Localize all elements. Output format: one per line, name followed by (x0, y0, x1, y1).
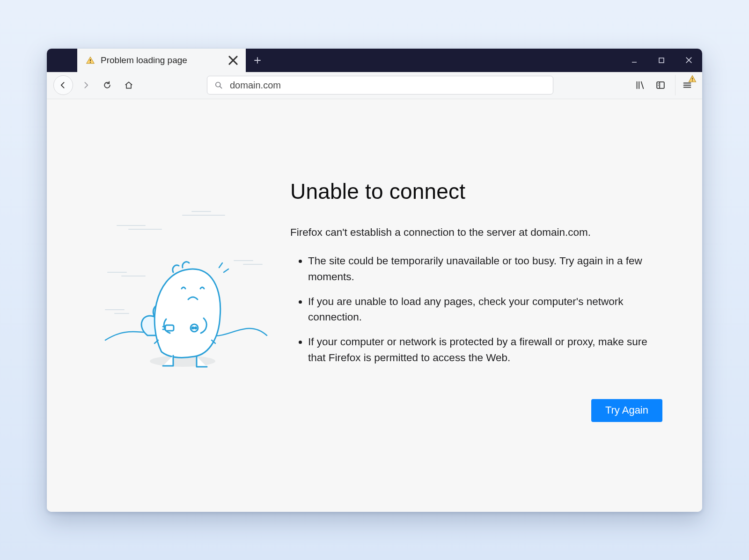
home-button[interactable] (120, 76, 138, 94)
tab-close-button[interactable] (227, 54, 239, 66)
sidebars-button[interactable] (652, 76, 669, 94)
plus-icon (254, 57, 261, 64)
net-error-container: Unable to connect Firefox can't establis… (103, 179, 662, 422)
minimize-icon (631, 57, 638, 64)
svg-line-17 (224, 269, 228, 272)
warning-triangle-icon (86, 56, 95, 65)
svg-point-3 (216, 82, 220, 87)
error-suggestion-item: The site could be temporarily unavailabl… (308, 253, 662, 284)
home-icon (124, 80, 133, 90)
svg-point-14 (192, 327, 193, 328)
address-bar[interactable] (207, 76, 553, 95)
error-text-column: Unable to connect Firefox can't establis… (290, 179, 662, 422)
tabstrip-lead-spacer (47, 49, 77, 72)
window-controls (621, 49, 702, 72)
library-button[interactable] (631, 76, 649, 94)
reload-button[interactable] (98, 76, 116, 94)
window-maximize-button[interactable] (648, 49, 675, 72)
search-icon (214, 80, 223, 90)
toolbar-right (631, 75, 696, 95)
back-icon (59, 80, 68, 90)
svg-rect-7 (692, 78, 693, 80)
browser-tab[interactable]: Problem loading page (77, 49, 246, 72)
maximize-icon (658, 57, 665, 64)
browser-window: Problem loading page (47, 49, 702, 512)
svg-point-15 (195, 327, 196, 328)
error-title: Unable to connect (290, 179, 662, 204)
app-menu-button[interactable] (675, 75, 696, 95)
warning-triangle-icon (688, 75, 697, 83)
error-description: Firefox can't establish a connection to … (290, 225, 662, 240)
library-icon (635, 80, 645, 90)
svg-point-1 (90, 62, 91, 63)
try-again-button[interactable]: Try Again (591, 399, 662, 422)
forward-button[interactable] (77, 76, 95, 94)
svg-line-16 (219, 263, 222, 268)
window-close-button[interactable] (675, 49, 702, 72)
tab-title: Problem loading page (101, 55, 221, 65)
svg-rect-4 (657, 82, 664, 88)
back-button[interactable] (53, 75, 73, 95)
tab-strip: Problem loading page (47, 49, 702, 72)
new-tab-button[interactable] (246, 49, 269, 72)
error-suggestion-item: If you are unable to load any pages, che… (308, 294, 662, 325)
url-input[interactable] (230, 80, 546, 91)
error-suggestion-list: The site could be temporarily unavailabl… (290, 253, 662, 365)
svg-rect-2 (659, 58, 664, 63)
close-icon (227, 54, 239, 66)
connection-error-illustration (103, 207, 272, 385)
reload-icon (103, 80, 112, 90)
svg-point-5 (658, 83, 659, 84)
sidebars-icon (655, 80, 666, 90)
svg-rect-0 (90, 59, 91, 61)
close-icon (685, 56, 693, 64)
page-content: Unable to connect Firefox can't establis… (47, 99, 702, 512)
svg-rect-10 (165, 325, 174, 331)
svg-point-8 (692, 80, 693, 81)
error-suggestion-item: If your computer or network is protected… (308, 334, 662, 365)
svg-point-6 (658, 85, 659, 86)
window-minimize-button[interactable] (621, 49, 648, 72)
forward-icon (81, 80, 90, 90)
nav-toolbar (47, 72, 702, 99)
